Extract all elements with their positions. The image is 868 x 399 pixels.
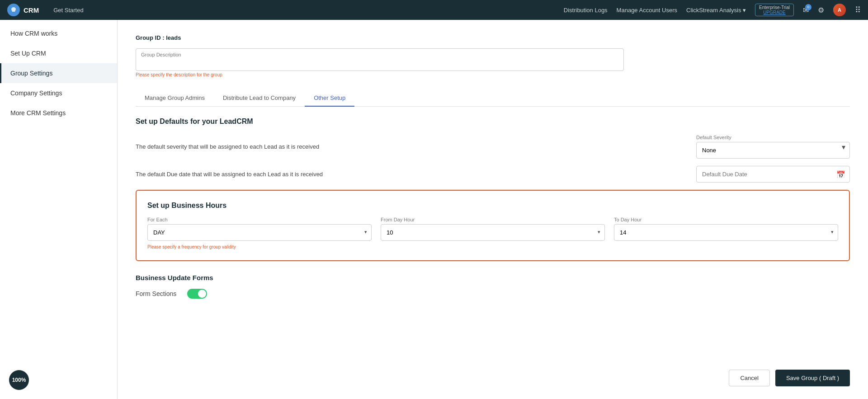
for-each-select[interactable]: DAY WEEK MONTH [147,224,372,241]
group-description-hint: Please specify the description for the g… [136,72,624,77]
severity-select[interactable]: None Low Medium High [696,142,850,159]
logo-icon [7,4,20,16]
notifications-icon[interactable]: ✉ 0 [803,6,809,14]
logo[interactable]: CRM [7,4,39,16]
from-day-hour-label: From Day Hour [381,217,605,222]
manage-users-link[interactable]: Manage Account Users [617,7,677,14]
zoom-badge: 100% [9,370,29,390]
tabs: Manage Group Admins Distribute Lead to C… [136,90,850,107]
group-id-label: Group ID : [136,34,165,41]
sidebar-item-group-settings[interactable]: Group Settings [0,63,117,83]
severity-control: Default Severity None Low Medium High ▾ [696,135,850,159]
footer-buttons: Cancel Save Group ( Draft ) [729,370,850,386]
due-date-input[interactable] [696,166,850,183]
tab-manage-admins[interactable]: Manage Group Admins [136,90,214,107]
severity-row: The default severity that will be assign… [136,135,850,159]
sidebar-item-setup-crm[interactable]: Set Up CRM [0,43,117,63]
dist-logs-link[interactable]: Distribution Logs [564,7,608,14]
due-date-row: The default Due date that will be assign… [136,166,850,183]
sidebar-item-more-crm[interactable]: More CRM Settings [0,103,117,123]
avatar[interactable]: A [833,4,846,16]
severity-label: The default severity that will be assign… [136,143,696,150]
tab-other-setup[interactable]: Other Setup [305,90,354,107]
main-content: Group ID : leads Group Description Gener… [118,20,868,399]
save-group-draft-button[interactable]: Save Group ( Draft ) [775,370,850,386]
form-sections-toggle[interactable] [187,289,207,299]
to-day-hour-label: To Day Hour [614,217,838,222]
sidebar-item-company-settings[interactable]: Company Settings [0,83,117,103]
topnav-right: Distribution Logs Manage Account Users C… [564,4,861,16]
form-sections-row: Form Sections [136,289,850,299]
notif-badge: 0 [805,4,811,10]
group-description-field: Group Description General Leads Please s… [136,48,624,77]
defaults-section-title: Set up Defaults for your LeadCRM [136,117,850,126]
settings-icon[interactable]: ⚙ [818,6,824,14]
business-update-title: Business Update Forms [136,274,850,282]
sidebar: How CRM works Set Up CRM Group Settings … [0,20,118,399]
bh-row: For Each DAY WEEK MONTH ▾ From Day Hour … [147,217,838,241]
business-hours-box: Set up Business Hours For Each DAY WEEK … [136,190,850,261]
plan-label: Enterprise-Trial [759,5,790,10]
due-date-label: The default Due date that will be assign… [136,171,696,178]
for-each-label: For Each [147,217,372,222]
upgrade-box: Enterprise-Trial UPGRADE [755,4,794,16]
apps-icon[interactable]: ⠿ [855,5,861,15]
logo-text: CRM [24,6,39,14]
to-day-hour-select[interactable]: 14 15 16 17 18 [614,224,838,241]
group-id-value: leads [166,34,181,41]
form-sections-label: Form Sections [136,290,176,297]
group-description-input[interactable]: General Leads [136,48,624,71]
cancel-button[interactable]: Cancel [729,370,769,386]
bh-hint: Please specify a frequency for group val… [147,244,838,249]
clickstream-link[interactable]: ClickStream Analysis [686,7,746,14]
for-each-field: For Each DAY WEEK MONTH ▾ [147,217,372,241]
due-date-control: 📅 [696,166,850,183]
sidebar-item-how-crm[interactable]: How CRM works [0,23,117,43]
severity-control-label: Default Severity [696,135,850,140]
topnav: CRM Get Started Distribution Logs Manage… [0,0,868,20]
toggle-knob [198,290,206,298]
from-day-hour-select[interactable]: 10 8 9 11 12 [381,224,605,241]
upgrade-link[interactable]: UPGRADE [763,10,785,15]
group-id-row: Group ID : leads [136,34,850,41]
from-day-hour-field: From Day Hour 10 8 9 11 12 ▾ [381,217,605,241]
business-hours-title: Set up Business Hours [147,202,838,210]
get-started-link[interactable]: Get Started [50,5,87,15]
tab-distribute[interactable]: Distribute Lead to Company [214,90,305,107]
to-day-hour-field: To Day Hour 14 15 16 17 18 ▾ [614,217,838,241]
layout: How CRM works Set Up CRM Group Settings … [0,20,868,399]
